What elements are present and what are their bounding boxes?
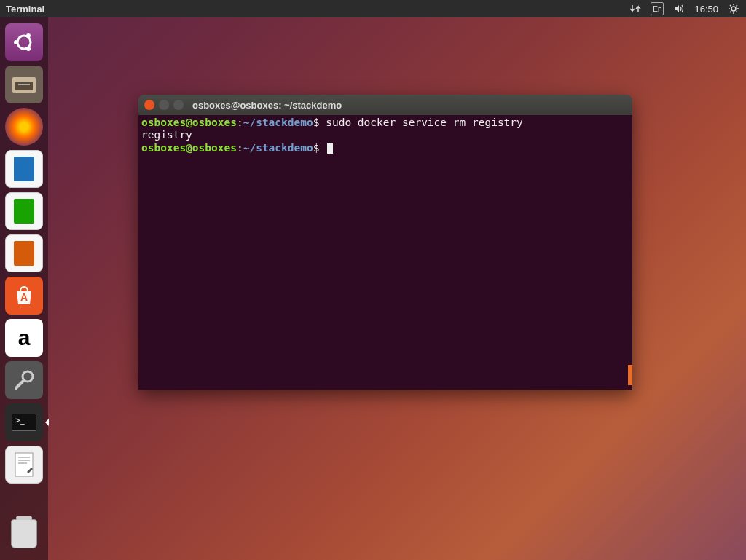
launcher-calc[interactable] [5, 192, 43, 230]
window-controls [144, 100, 184, 110]
launcher-dash[interactable] [5, 23, 43, 61]
language-indicator[interactable]: En [651, 2, 664, 15]
window-minimize-button[interactable] [159, 100, 169, 110]
svg-text:A: A [20, 291, 28, 303]
network-icon[interactable] [629, 2, 642, 15]
terminal-cursor [327, 143, 333, 154]
session-gear-icon[interactable] [727, 2, 740, 15]
calc-icon [14, 199, 34, 224]
command-output: registry [141, 129, 192, 141]
svg-point-3 [26, 33, 31, 38]
terminal-output-area[interactable]: osboxes@osboxes:~/stackdemo$ sudo docker… [138, 115, 632, 390]
writer-icon [14, 157, 34, 181]
wrench-gear-icon [11, 367, 37, 393]
svg-rect-10 [15, 453, 33, 476]
svg-rect-7 [18, 84, 30, 85]
prompt-user-host: osboxes@osboxes [141, 117, 237, 128]
impress-icon [14, 241, 34, 266]
svg-rect-6 [15, 82, 33, 90]
launcher-text-editor[interactable] [5, 446, 43, 484]
software-bag-icon: A [11, 283, 37, 309]
launcher-settings[interactable] [5, 361, 43, 399]
firefox-icon [11, 114, 37, 140]
command-line: sudo docker service rm registry [326, 117, 523, 128]
prompt-path: ~/stackdemo [243, 117, 313, 128]
svg-point-4 [26, 47, 31, 51]
window-titlebar[interactable]: osboxes@osboxes: ~/stackdemo [138, 95, 632, 115]
window-title: osboxes@osboxes: ~/stackdemo [192, 100, 342, 111]
prompt-user-host: osboxes@osboxes [141, 142, 237, 154]
terminal-icon: >_ [12, 414, 36, 431]
prompt-path: ~/stackdemo [243, 142, 313, 154]
terminal-window: osboxes@osboxes: ~/stackdemo osboxes@osb… [138, 95, 632, 390]
top-menu-bar: Terminal En 16:50 [0, 0, 746, 17]
trash-icon [11, 519, 37, 548]
launcher-amazon[interactable]: a [5, 319, 43, 357]
amazon-icon: a [11, 325, 37, 351]
launcher-writer[interactable] [5, 150, 43, 188]
indicator-area: En 16:50 [629, 2, 740, 15]
launcher-trash[interactable] [5, 515, 43, 553]
ubuntu-logo-icon [11, 29, 37, 55]
files-icon [11, 71, 37, 98]
active-app-name[interactable]: Terminal [6, 4, 629, 15]
clock[interactable]: 16:50 [694, 2, 718, 15]
svg-point-2 [14, 40, 18, 44]
launcher-impress[interactable] [5, 234, 43, 272]
launcher-files[interactable] [5, 66, 43, 103]
svg-point-0 [731, 7, 736, 11]
terminal-scrollbar[interactable] [628, 365, 632, 385]
sound-icon[interactable] [672, 2, 686, 15]
text-editor-icon [12, 452, 37, 478]
window-maximize-button[interactable] [173, 100, 184, 110]
unity-launcher: A a >_ [0, 17, 48, 560]
launcher-firefox[interactable] [5, 108, 43, 146]
launcher-terminal[interactable]: >_ [5, 403, 43, 441]
window-close-button[interactable] [144, 100, 154, 110]
launcher-software[interactable]: A [5, 277, 43, 315]
